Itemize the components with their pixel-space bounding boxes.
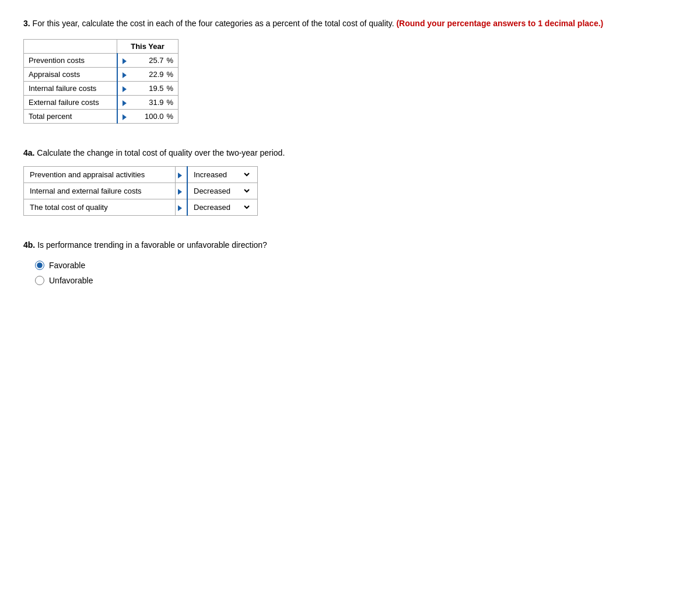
q4b-radio-group: FavorableUnfavorable: [35, 261, 677, 285]
q3-row-value[interactable]: [117, 68, 165, 82]
arrow-icon: [123, 100, 127, 106]
q4b-title: 4b. Is performance trending in a favorab…: [23, 239, 677, 251]
q3-col-thisyear-header: This Year: [117, 40, 178, 54]
q3-row-label: Appraisal costs: [24, 68, 117, 82]
q4a-row-label: The total cost of quality: [24, 199, 176, 216]
question-3-block: 3. For this year, calculate the cost in …: [23, 17, 677, 124]
arrow-icon: [123, 58, 127, 64]
q4b-radio-item[interactable]: Favorable: [35, 261, 677, 270]
q4b-radio-input[interactable]: [35, 261, 44, 270]
arrow-icon: [123, 114, 127, 120]
q4a-row-label: Prevention and appraisal activities: [24, 167, 176, 183]
arrow-icon: [178, 189, 182, 195]
q3-row-label: External failure costs: [24, 96, 117, 110]
q4a-select[interactable]: IncreasedDecreased: [191, 170, 251, 180]
q3-unit: %: [165, 82, 178, 96]
q4a-number: 4a.: [23, 148, 34, 157]
q4a-table: Prevention and appraisal activitiesIncre…: [23, 166, 258, 216]
q3-row-label: Internal failure costs: [24, 82, 117, 96]
q3-value-input[interactable]: [129, 70, 164, 79]
q3-unit: %: [165, 54, 178, 68]
q4a-arrow-cell: [176, 183, 188, 199]
q4a-row-value[interactable]: IncreasedDecreased: [187, 199, 257, 216]
q3-value-input[interactable]: [129, 98, 164, 107]
q4a-arrow-cell: [176, 167, 188, 183]
q3-row-value[interactable]: [117, 82, 165, 96]
question-4b-block: 4b. Is performance trending in a favorab…: [23, 239, 677, 285]
q4a-row-value[interactable]: IncreasedDecreased: [187, 167, 257, 183]
question-3-title: 3. For this year, calculate the cost in …: [23, 17, 677, 30]
q4a-select[interactable]: IncreasedDecreased: [191, 186, 251, 196]
q3-value-input[interactable]: [129, 84, 164, 93]
q4a-title: 4a. Calculate the change in total cost o…: [23, 147, 677, 159]
q4b-radio-input[interactable]: [35, 276, 44, 285]
q3-bold-red: (Round your percentage answers to 1 deci…: [396, 19, 603, 28]
q4a-select[interactable]: IncreasedDecreased: [191, 202, 251, 212]
q3-value-input[interactable]: [129, 56, 164, 65]
question-4a-block: 4a. Calculate the change in total cost o…: [23, 147, 677, 216]
q3-value-input[interactable]: [129, 112, 164, 121]
q3-row-value[interactable]: [117, 54, 165, 68]
arrow-icon: [123, 86, 127, 92]
q4a-row-label: Internal and external failure costs: [24, 183, 176, 199]
q4a-row-value[interactable]: IncreasedDecreased: [187, 183, 257, 199]
q4a-text: Calculate the change in total cost of qu…: [37, 148, 285, 157]
q3-text: For this year, calculate the cost in eac…: [33, 19, 394, 28]
q3-number: 3.: [23, 19, 30, 28]
q3-unit: %: [165, 110, 178, 124]
q4b-radio-label: Unfavorable: [49, 276, 93, 285]
q3-row-value[interactable]: [117, 96, 165, 110]
q3-row-value[interactable]: [117, 110, 165, 124]
q3-row-label: Prevention costs: [24, 54, 117, 68]
q3-col-label-header: [24, 40, 117, 54]
arrow-icon: [178, 173, 182, 178]
q4b-radio-item[interactable]: Unfavorable: [35, 276, 677, 285]
q3-unit: %: [165, 96, 178, 110]
q4b-number: 4b.: [23, 240, 35, 250]
q4b-radio-label: Favorable: [49, 261, 85, 270]
q3-table: This Year Prevention costs%Appraisal cos…: [23, 39, 178, 124]
arrow-icon: [178, 205, 182, 211]
q3-unit: %: [165, 68, 178, 82]
arrow-icon: [123, 72, 127, 78]
q3-row-label: Total percent: [24, 110, 117, 124]
q4b-text: Is performance trending in a favorable o…: [37, 240, 267, 250]
q4a-arrow-cell: [176, 199, 188, 216]
